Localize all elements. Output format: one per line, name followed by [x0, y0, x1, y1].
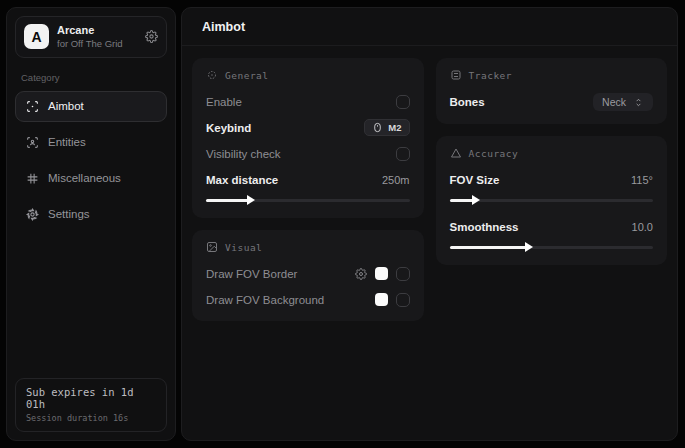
- enable-row: Enable: [206, 93, 410, 110]
- content-area: General Enable Keybind M2: [182, 46, 677, 333]
- max-distance-slider[interactable]: [206, 195, 410, 205]
- max-distance-row: Max distance 250m: [206, 171, 410, 188]
- session-duration-text: Session duration 16s: [26, 413, 156, 423]
- crosshair-icon: [206, 69, 218, 81]
- fov-size-value: 115°: [631, 174, 653, 186]
- page-title: Aimbot: [202, 20, 657, 34]
- fov-border-label: Draw FOV Border: [206, 268, 297, 280]
- bones-row: Bones Neck: [450, 93, 654, 111]
- app-title: Arcane: [57, 24, 137, 38]
- settings-gear-icon: [26, 208, 39, 221]
- slider-fill: [206, 199, 251, 202]
- entities-icon: [26, 136, 39, 149]
- general-card: General Enable Keybind M2: [192, 58, 424, 218]
- smoothness-slider[interactable]: [450, 242, 654, 252]
- bones-selected-value: Neck: [602, 96, 626, 108]
- fov-border-checkbox[interactable]: [396, 267, 410, 281]
- keybind-row: Keybind M2: [206, 119, 410, 136]
- right-column: Tracker Bones Neck: [436, 58, 668, 265]
- tracker-card-title: Tracker: [469, 70, 513, 81]
- fov-background-label: Draw FOV Background: [206, 294, 324, 306]
- sidebar-item-settings[interactable]: Settings: [15, 199, 167, 230]
- visibility-check-checkbox[interactable]: [396, 147, 410, 161]
- general-card-title: General: [225, 70, 269, 81]
- sidebar: A Arcane for Off The Grid Category Aimbo…: [6, 7, 176, 441]
- fov-background-color-swatch[interactable]: [375, 293, 388, 306]
- fov-border-row: Draw FOV Border: [206, 265, 410, 282]
- fov-size-slider[interactable]: [450, 195, 654, 205]
- slider-thumb[interactable]: [525, 242, 533, 252]
- keybind-button[interactable]: M2: [364, 119, 409, 136]
- category-label: Category: [21, 72, 161, 83]
- gear-icon[interactable]: [145, 30, 158, 43]
- app-window: A Arcane for Off The Grid Category Aimbo…: [0, 0, 685, 448]
- sidebar-item-aimbot[interactable]: Aimbot: [15, 91, 167, 122]
- smoothness-label: Smoothness: [450, 221, 519, 233]
- slider-track: [450, 199, 654, 202]
- app-header-card: A Arcane for Off The Grid: [15, 16, 167, 58]
- general-card-header: General: [206, 69, 410, 81]
- left-column: General Enable Keybind M2: [192, 58, 424, 321]
- slider-thumb[interactable]: [472, 195, 480, 205]
- visibility-check-row: Visibility check: [206, 145, 410, 162]
- visibility-check-label: Visibility check: [206, 148, 281, 160]
- accuracy-card-title: Accuracy: [469, 148, 519, 159]
- tracker-card-header: Tracker: [450, 69, 654, 81]
- enable-label: Enable: [206, 96, 242, 108]
- sidebar-item-label: Settings: [48, 208, 90, 220]
- fov-background-row: Draw FOV Background: [206, 291, 410, 308]
- accuracy-card-header: Accuracy: [450, 147, 654, 159]
- app-subtitle: for Off The Grid: [57, 38, 137, 50]
- fov-border-gear-icon[interactable]: [355, 268, 367, 280]
- keybind-label: Keybind: [206, 122, 251, 134]
- crosshair-icon: [26, 100, 39, 113]
- fov-background-checkbox[interactable]: [396, 293, 410, 307]
- sidebar-item-label: Miscellaneous: [48, 172, 121, 184]
- image-icon: [206, 241, 218, 253]
- slider-fill: [450, 246, 529, 249]
- app-header-text: Arcane for Off The Grid: [57, 24, 137, 50]
- mouse-icon: [372, 122, 383, 133]
- enable-checkbox[interactable]: [396, 95, 410, 109]
- max-distance-label: Max distance: [206, 174, 278, 186]
- tracker-icon: [450, 69, 462, 81]
- triangle-icon: [450, 147, 462, 159]
- fov-border-color-swatch[interactable]: [375, 267, 388, 280]
- sidebar-nav: Aimbot Entities Miscellaneous Settings: [15, 91, 167, 230]
- sidebar-item-label: Entities: [48, 136, 86, 148]
- app-logo: A: [24, 24, 49, 49]
- bones-select[interactable]: Neck: [593, 93, 653, 111]
- main-panel: Aimbot General Enable: [181, 7, 678, 441]
- subscription-card: Sub expires in 1d 01h Session duration 1…: [15, 378, 167, 432]
- main-header: Aimbot: [182, 8, 677, 46]
- fov-size-row: FOV Size 115°: [450, 171, 654, 188]
- max-distance-value: 250m: [382, 174, 410, 186]
- sidebar-item-miscellaneous[interactable]: Miscellaneous: [15, 163, 167, 194]
- fov-size-label: FOV Size: [450, 174, 500, 186]
- chevrons-up-down-icon: [633, 97, 644, 108]
- slider-thumb[interactable]: [247, 195, 255, 205]
- smoothness-row: Smoothness 10.0: [450, 218, 654, 235]
- smoothness-value: 10.0: [632, 221, 653, 233]
- sub-expires-text: Sub expires in 1d 01h: [26, 386, 156, 410]
- accuracy-card: Accuracy FOV Size 115° Smoothness 10.0: [436, 136, 668, 265]
- bones-label: Bones: [450, 96, 485, 108]
- visual-card-header: Visual: [206, 241, 410, 253]
- keybind-value: M2: [388, 122, 401, 133]
- visual-card-title: Visual: [225, 242, 262, 253]
- grid-icon: [26, 172, 39, 185]
- sidebar-item-label: Aimbot: [48, 100, 84, 112]
- visual-card: Visual Draw FOV Border Draw: [192, 230, 424, 321]
- tracker-card: Tracker Bones Neck: [436, 58, 668, 124]
- sidebar-item-entities[interactable]: Entities: [15, 127, 167, 158]
